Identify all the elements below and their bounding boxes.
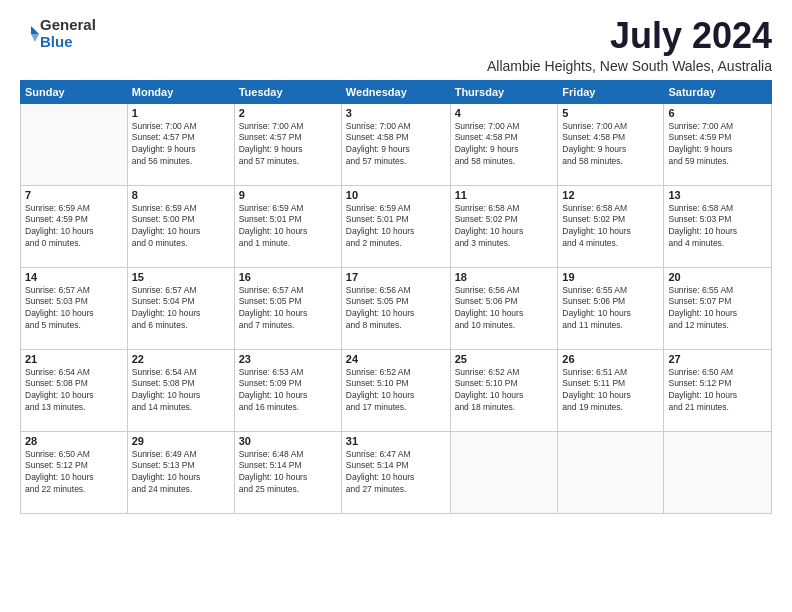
- calendar-cell: 18Sunrise: 6:56 AMSunset: 5:06 PMDayligh…: [450, 267, 558, 349]
- day-number: 5: [562, 107, 659, 119]
- weekday-header-thursday: Thursday: [450, 80, 558, 103]
- calendar-cell: 22Sunrise: 6:54 AMSunset: 5:08 PMDayligh…: [127, 349, 234, 431]
- title-block: July 2024 Allambie Heights, New South Wa…: [487, 16, 772, 74]
- weekday-header-saturday: Saturday: [664, 80, 772, 103]
- calendar-cell: 4Sunrise: 7:00 AMSunset: 4:58 PMDaylight…: [450, 103, 558, 185]
- calendar-cell: [664, 431, 772, 513]
- day-info: Sunrise: 6:58 AMSunset: 5:02 PMDaylight:…: [562, 203, 659, 251]
- day-number: 11: [455, 189, 554, 201]
- calendar-table: SundayMondayTuesdayWednesdayThursdayFrid…: [20, 80, 772, 514]
- calendar-cell: 23Sunrise: 6:53 AMSunset: 5:09 PMDayligh…: [234, 349, 341, 431]
- day-info: Sunrise: 6:56 AMSunset: 5:05 PMDaylight:…: [346, 285, 446, 333]
- day-info: Sunrise: 7:00 AMSunset: 4:58 PMDaylight:…: [455, 121, 554, 169]
- day-number: 15: [132, 271, 230, 283]
- day-info: Sunrise: 6:59 AMSunset: 4:59 PMDaylight:…: [25, 203, 123, 251]
- day-number: 6: [668, 107, 767, 119]
- calendar-cell: 29Sunrise: 6:49 AMSunset: 5:13 PMDayligh…: [127, 431, 234, 513]
- day-info: Sunrise: 6:55 AMSunset: 5:07 PMDaylight:…: [668, 285, 767, 333]
- weekday-header-sunday: Sunday: [21, 80, 128, 103]
- day-number: 26: [562, 353, 659, 365]
- day-number: 19: [562, 271, 659, 283]
- day-info: Sunrise: 6:55 AMSunset: 5:06 PMDaylight:…: [562, 285, 659, 333]
- day-number: 29: [132, 435, 230, 447]
- calendar-cell: 6Sunrise: 7:00 AMSunset: 4:59 PMDaylight…: [664, 103, 772, 185]
- day-info: Sunrise: 6:59 AMSunset: 5:01 PMDaylight:…: [239, 203, 337, 251]
- calendar-week-4: 21Sunrise: 6:54 AMSunset: 5:08 PMDayligh…: [21, 349, 772, 431]
- calendar-cell: 31Sunrise: 6:47 AMSunset: 5:14 PMDayligh…: [341, 431, 450, 513]
- calendar-cell: 24Sunrise: 6:52 AMSunset: 5:10 PMDayligh…: [341, 349, 450, 431]
- calendar-cell: 25Sunrise: 6:52 AMSunset: 5:10 PMDayligh…: [450, 349, 558, 431]
- calendar-cell: 27Sunrise: 6:50 AMSunset: 5:12 PMDayligh…: [664, 349, 772, 431]
- day-number: 2: [239, 107, 337, 119]
- day-number: 17: [346, 271, 446, 283]
- calendar-cell: 5Sunrise: 7:00 AMSunset: 4:58 PMDaylight…: [558, 103, 664, 185]
- day-number: 14: [25, 271, 123, 283]
- calendar-cell: 17Sunrise: 6:56 AMSunset: 5:05 PMDayligh…: [341, 267, 450, 349]
- day-info: Sunrise: 6:52 AMSunset: 5:10 PMDaylight:…: [455, 367, 554, 415]
- calendar-cell: 13Sunrise: 6:58 AMSunset: 5:03 PMDayligh…: [664, 185, 772, 267]
- day-info: Sunrise: 7:00 AMSunset: 4:57 PMDaylight:…: [132, 121, 230, 169]
- day-number: 18: [455, 271, 554, 283]
- svg-marker-1: [31, 34, 39, 42]
- day-number: 27: [668, 353, 767, 365]
- day-info: Sunrise: 6:58 AMSunset: 5:03 PMDaylight:…: [668, 203, 767, 251]
- day-number: 4: [455, 107, 554, 119]
- calendar-cell: 30Sunrise: 6:48 AMSunset: 5:14 PMDayligh…: [234, 431, 341, 513]
- main-title: July 2024: [487, 16, 772, 56]
- day-info: Sunrise: 6:50 AMSunset: 5:12 PMDaylight:…: [668, 367, 767, 415]
- day-info: Sunrise: 6:50 AMSunset: 5:12 PMDaylight:…: [25, 449, 123, 497]
- calendar-cell: 16Sunrise: 6:57 AMSunset: 5:05 PMDayligh…: [234, 267, 341, 349]
- day-info: Sunrise: 7:00 AMSunset: 4:58 PMDaylight:…: [346, 121, 446, 169]
- calendar-cell: 8Sunrise: 6:59 AMSunset: 5:00 PMDaylight…: [127, 185, 234, 267]
- calendar-cell: 9Sunrise: 6:59 AMSunset: 5:01 PMDaylight…: [234, 185, 341, 267]
- calendar-cell: 11Sunrise: 6:58 AMSunset: 5:02 PMDayligh…: [450, 185, 558, 267]
- day-info: Sunrise: 7:00 AMSunset: 4:59 PMDaylight:…: [668, 121, 767, 169]
- day-number: 13: [668, 189, 767, 201]
- day-number: 30: [239, 435, 337, 447]
- day-info: Sunrise: 6:52 AMSunset: 5:10 PMDaylight:…: [346, 367, 446, 415]
- day-number: 24: [346, 353, 446, 365]
- day-info: Sunrise: 6:57 AMSunset: 5:05 PMDaylight:…: [239, 285, 337, 333]
- day-number: 3: [346, 107, 446, 119]
- weekday-header-tuesday: Tuesday: [234, 80, 341, 103]
- day-info: Sunrise: 6:53 AMSunset: 5:09 PMDaylight:…: [239, 367, 337, 415]
- day-info: Sunrise: 6:49 AMSunset: 5:13 PMDaylight:…: [132, 449, 230, 497]
- day-number: 21: [25, 353, 123, 365]
- day-info: Sunrise: 7:00 AMSunset: 4:57 PMDaylight:…: [239, 121, 337, 169]
- day-number: 28: [25, 435, 123, 447]
- day-number: 16: [239, 271, 337, 283]
- calendar-cell: 19Sunrise: 6:55 AMSunset: 5:06 PMDayligh…: [558, 267, 664, 349]
- day-number: 25: [455, 353, 554, 365]
- weekday-header-friday: Friday: [558, 80, 664, 103]
- logo: General Blue: [20, 16, 96, 51]
- day-info: Sunrise: 6:57 AMSunset: 5:04 PMDaylight:…: [132, 285, 230, 333]
- calendar-cell: 20Sunrise: 6:55 AMSunset: 5:07 PMDayligh…: [664, 267, 772, 349]
- weekday-header-monday: Monday: [127, 80, 234, 103]
- calendar-week-2: 7Sunrise: 6:59 AMSunset: 4:59 PMDaylight…: [21, 185, 772, 267]
- calendar-cell: 26Sunrise: 6:51 AMSunset: 5:11 PMDayligh…: [558, 349, 664, 431]
- day-info: Sunrise: 6:51 AMSunset: 5:11 PMDaylight:…: [562, 367, 659, 415]
- calendar-cell: 2Sunrise: 7:00 AMSunset: 4:57 PMDaylight…: [234, 103, 341, 185]
- day-number: 12: [562, 189, 659, 201]
- day-info: Sunrise: 6:47 AMSunset: 5:14 PMDaylight:…: [346, 449, 446, 497]
- day-number: 7: [25, 189, 123, 201]
- calendar-cell: [558, 431, 664, 513]
- calendar-cell: 14Sunrise: 6:57 AMSunset: 5:03 PMDayligh…: [21, 267, 128, 349]
- day-number: 31: [346, 435, 446, 447]
- weekday-header-wednesday: Wednesday: [341, 80, 450, 103]
- logo-icon: [22, 25, 40, 43]
- day-number: 8: [132, 189, 230, 201]
- calendar-cell: 12Sunrise: 6:58 AMSunset: 5:02 PMDayligh…: [558, 185, 664, 267]
- day-info: Sunrise: 6:56 AMSunset: 5:06 PMDaylight:…: [455, 285, 554, 333]
- calendar-cell: 3Sunrise: 7:00 AMSunset: 4:58 PMDaylight…: [341, 103, 450, 185]
- day-number: 23: [239, 353, 337, 365]
- day-info: Sunrise: 7:00 AMSunset: 4:58 PMDaylight:…: [562, 121, 659, 169]
- calendar-cell: 28Sunrise: 6:50 AMSunset: 5:12 PMDayligh…: [21, 431, 128, 513]
- weekday-header-row: SundayMondayTuesdayWednesdayThursdayFrid…: [21, 80, 772, 103]
- day-number: 20: [668, 271, 767, 283]
- day-number: 9: [239, 189, 337, 201]
- day-info: Sunrise: 6:59 AMSunset: 5:00 PMDaylight:…: [132, 203, 230, 251]
- header: General Blue July 2024 Allambie Heights,…: [20, 16, 772, 74]
- calendar-cell: 7Sunrise: 6:59 AMSunset: 4:59 PMDaylight…: [21, 185, 128, 267]
- calendar-week-3: 14Sunrise: 6:57 AMSunset: 5:03 PMDayligh…: [21, 267, 772, 349]
